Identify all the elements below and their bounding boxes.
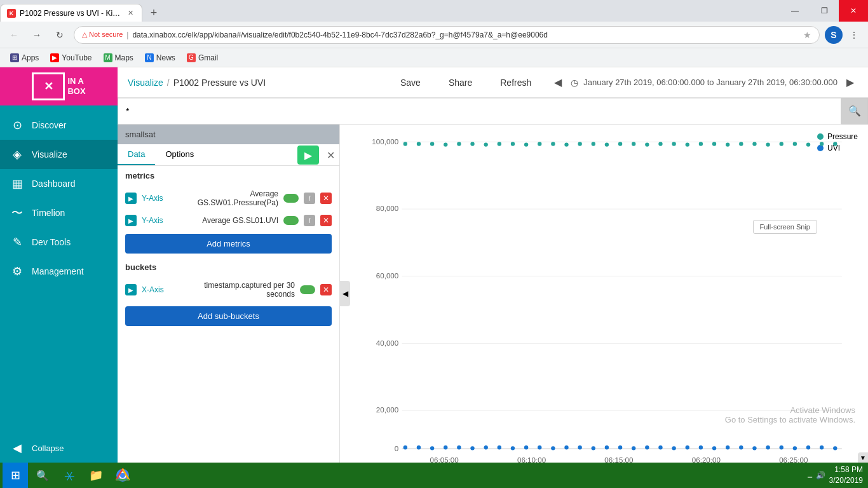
address-field[interactable]: △ Not secure | data.xinabox.cc/elk/app/k… <box>74 26 820 44</box>
taskbar-files-icon[interactable]: 📁 <box>84 463 108 487</box>
svg-point-32 <box>672 142 675 146</box>
svg-point-61 <box>618 445 622 449</box>
taskbar-volume-icon: 🔊 <box>816 471 825 480</box>
menu-button[interactable]: ⋮ <box>845 26 863 44</box>
sidebar-item-management[interactable]: ⚙ Management <box>0 257 118 286</box>
time-range-text[interactable]: January 27th 2019, 06:00:00.000 to Janua… <box>583 78 837 87</box>
bookmark-apps-label: Apps <box>22 53 39 62</box>
close-panel-button[interactable]: ✕ <box>322 146 339 165</box>
bookmark-star[interactable]: ★ <box>803 30 811 40</box>
time-next-button[interactable]: ▶ <box>843 75 858 90</box>
sidebar-item-discover[interactable]: ⊙ Discover <box>0 111 118 140</box>
svg-point-47 <box>430 446 434 450</box>
bucket-delete-xaxis[interactable]: ✕ <box>320 284 332 295</box>
bucket-play-xaxis[interactable]: ▶ <box>125 284 137 295</box>
apps-icon: ⊞ <box>10 53 19 62</box>
new-tab-button[interactable]: + <box>145 4 163 22</box>
search-button[interactable]: 🔍 <box>841 98 868 125</box>
pressure-series <box>403 142 837 146</box>
metric-toggle-pressure[interactable] <box>283 194 299 203</box>
bookmark-apps[interactable]: ⊞ Apps <box>5 52 44 64</box>
add-sub-buckets-button[interactable]: Add sub-buckets <box>125 306 332 326</box>
reload-button[interactable]: ↻ <box>51 26 69 44</box>
forward-button[interactable]: → <box>28 26 46 44</box>
sidebar-item-devtools[interactable]: ✎ Dev Tools <box>0 227 118 257</box>
buckets-section-title: buckets <box>118 257 339 277</box>
svg-point-54 <box>524 445 528 449</box>
bookmark-youtube[interactable]: ▶ YouTube <box>45 52 97 64</box>
metric-play-uvi[interactable]: ▶ <box>125 215 137 226</box>
metric-toggle-uvi[interactable] <box>283 216 299 225</box>
visualize-breadcrumb-link[interactable]: Visualize <box>128 78 163 88</box>
bookmark-news[interactable]: N News <box>140 52 180 64</box>
sidebar-item-discover-label: Discover <box>32 120 66 130</box>
svg-point-77 <box>833 446 837 450</box>
svg-point-38 <box>752 142 756 146</box>
back-button[interactable]: ← <box>5 26 23 44</box>
svg-point-37 <box>739 142 743 146</box>
svg-point-52 <box>498 445 501 449</box>
minimize-button[interactable]: — <box>780 0 810 22</box>
tab-close-button[interactable]: ✕ <box>125 8 135 18</box>
taskbar-search-icon[interactable]: 🔍 <box>31 463 55 487</box>
svg-point-15 <box>444 142 447 146</box>
svg-text:06:20:00: 06:20:00 <box>692 456 721 463</box>
chart-expand-button[interactable]: ▼ <box>858 452 868 463</box>
svg-point-74 <box>793 446 797 450</box>
bookmark-gmail[interactable]: G Gmail <box>182 52 223 64</box>
start-button[interactable]: ⊞ <box>3 463 28 488</box>
close-button[interactable]: ✕ <box>839 0 868 22</box>
svg-point-57 <box>564 445 568 449</box>
active-tab[interactable]: K P1002 Pressure vs UVI - Kibana ✕ <box>0 4 142 22</box>
metric-info-uvi[interactable]: I <box>304 215 315 226</box>
uvi-series <box>403 445 837 450</box>
taskbar-clock[interactable]: 1:58 PM 3/20/2019 <box>829 464 863 486</box>
tab-bar: K P1002 Pressure vs UVI - Kibana ✕ + — ❐… <box>0 0 868 22</box>
news-icon: N <box>145 53 154 62</box>
collapse-button[interactable]: ◀ Collapse <box>0 433 118 463</box>
taskbar-chrome-icon[interactable] <box>111 463 135 487</box>
taskbar-time-text: 1:58 PM <box>829 464 863 475</box>
security-warning: △ Not secure <box>82 30 123 39</box>
tab-favicon: K <box>7 9 16 18</box>
svg-text:100,000: 100,000 <box>372 137 398 146</box>
sidebar-item-visualize[interactable]: ◈ Visualize <box>0 140 118 169</box>
share-button[interactable]: Share <box>440 74 481 92</box>
restore-button[interactable]: ❐ <box>810 0 839 22</box>
metric-delete-pressure[interactable]: ✕ <box>320 193 332 204</box>
svg-point-27 <box>605 142 609 146</box>
bucket-toggle-xaxis[interactable] <box>300 285 315 294</box>
sidebar-item-dashboard[interactable]: ▦ Dashboard <box>0 169 118 198</box>
extensions-button[interactable]: S <box>825 26 843 44</box>
svg-point-73 <box>780 445 783 449</box>
tab-options[interactable]: Options <box>155 144 204 165</box>
svg-point-20 <box>511 142 515 146</box>
refresh-button[interactable]: Refresh <box>491 74 540 92</box>
bookmark-youtube-label: YouTube <box>62 53 92 62</box>
run-button[interactable]: ▶ <box>297 146 319 165</box>
metric-play-pressure[interactable]: ▶ <box>125 193 137 204</box>
tab-data[interactable]: Data <box>118 144 155 165</box>
svg-point-19 <box>498 142 501 146</box>
svg-point-45 <box>403 445 407 449</box>
save-button[interactable]: Save <box>391 74 430 92</box>
search-input[interactable] <box>118 98 841 125</box>
devtools-icon: ✎ <box>10 235 24 249</box>
time-prev-button[interactable]: ◀ <box>550 75 566 90</box>
bookmark-maps[interactable]: M Maps <box>98 52 139 64</box>
bucket-row-xaxis: ▶ X-Axis timestamp.captured per 30 secon… <box>118 277 339 302</box>
svg-point-22 <box>538 142 541 146</box>
svg-point-53 <box>511 446 515 450</box>
svg-point-28 <box>618 142 622 146</box>
metric-info-pressure[interactable]: I <box>304 193 315 204</box>
svg-point-18 <box>484 142 488 146</box>
svg-point-34 <box>699 142 703 146</box>
breadcrumb: Visualize / P1002 Pressure vs UVI <box>128 78 266 88</box>
address-bar: ← → ↻ △ Not secure | data.xinabox.cc/elk… <box>0 22 868 48</box>
svg-point-65 <box>672 446 675 450</box>
add-metrics-button[interactable]: Add metrics <box>125 234 332 254</box>
sidebar-item-timelion[interactable]: 〜 Timelion <box>0 198 118 227</box>
svg-point-42 <box>806 142 810 146</box>
taskbar-ie-icon[interactable]: ⚹ <box>57 463 81 487</box>
metric-delete-uvi[interactable]: ✕ <box>320 215 332 226</box>
